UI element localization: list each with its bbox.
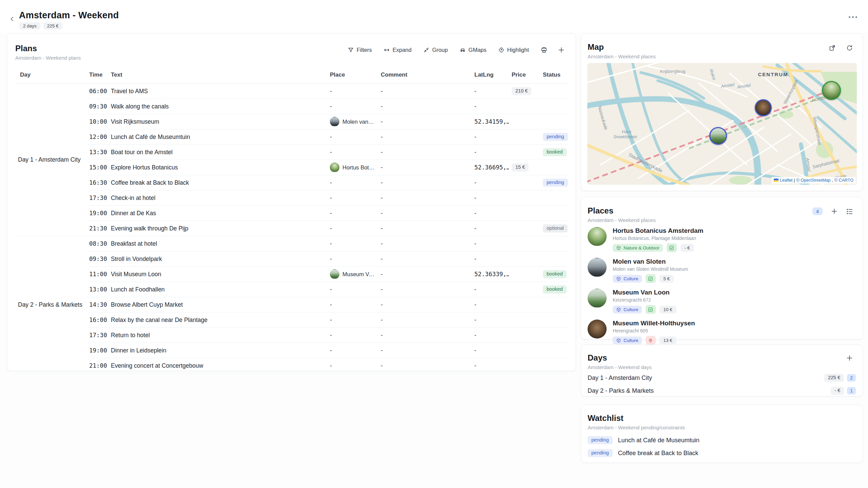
place-badges: Culture5 €: [613, 274, 688, 283]
plan-row[interactable]: 12:00Lunch at Café de Museumtuin---pendi…: [15, 129, 568, 145]
plan-row[interactable]: 11:00Visit Museum LoonMuseum Va…-52.3633…: [15, 267, 568, 282]
leaflet-link[interactable]: Leaflet: [780, 178, 793, 183]
plan-latlng: 52.34159,…: [472, 114, 509, 129]
place-info: Molen van SlotenMolen van Sloten Windmil…: [613, 258, 688, 283]
plan-text: Browse Albert Cuyp Market: [108, 297, 327, 312]
check-square-icon: [648, 276, 653, 281]
plan-row[interactable]: 21:00Evening concert at Concertgebouw---: [15, 358, 568, 373]
checklist-icon: [846, 208, 853, 215]
marker-hortus-botanicus[interactable]: [822, 81, 841, 100]
toolbar-button-label: GMaps: [469, 47, 487, 53]
plan-latlng: -: [472, 236, 509, 251]
plan-price: [509, 175, 540, 190]
toolbar-button-expand[interactable]: Expand: [383, 47, 412, 53]
toolbar-button-gmaps[interactable]: GMaps: [459, 47, 487, 53]
printer-icon: [540, 46, 548, 54]
plan-row[interactable]: 17:30Check-in at hotel---: [15, 190, 568, 206]
plan-row[interactable]: 13:00Lunch at Foodhallen---booked: [15, 282, 568, 297]
place-list-item[interactable]: Hortus Botanicus AmsterdamHortus Botanic…: [588, 227, 856, 252]
more-options-button[interactable]: [849, 16, 857, 18]
price-badge: 210 €: [512, 87, 531, 95]
dot-icon: [849, 16, 850, 18]
cube-icon: [616, 245, 621, 250]
plan-time: 08:30: [86, 236, 108, 251]
plan-row[interactable]: 15:00Explore Hortus BotanicusHortus Bota…: [15, 160, 568, 175]
toolbar-button-filters[interactable]: Filters: [348, 47, 372, 53]
plan-row[interactable]: 09:30Walk along the canals---: [15, 99, 568, 114]
add-day-button[interactable]: [846, 354, 853, 362]
add-place-button[interactable]: [831, 208, 838, 215]
carto-link[interactable]: © CARTO: [834, 178, 853, 183]
toolbar-button-group[interactable]: Group: [423, 47, 448, 53]
map-fullscreen-button[interactable]: [829, 44, 836, 52]
days-list: Day 1 - Amsterdam City225 €2Day 2 - Park…: [588, 371, 856, 397]
map-canvas[interactable]: KrijtbergbrugRokinAmstelAmstelCENTRUMWat…: [587, 63, 857, 185]
plans-title: Plans: [15, 44, 81, 53]
day-list-item[interactable]: Day 2 - Parks & Markets- €1: [588, 384, 856, 397]
plan-place: -: [327, 343, 378, 358]
plus-button[interactable]: [558, 46, 565, 54]
plan-row[interactable]: 09:30Stroll in Vondelpark---: [15, 251, 568, 267]
plan-row[interactable]: 13:30Boat tour on the Amstel---booked: [15, 145, 568, 160]
column-header-latlng: LatLng: [472, 69, 509, 84]
plan-row[interactable]: 16:00Relax by the canal near De Plantage…: [15, 312, 568, 328]
plan-row[interactable]: 21:30Evening walk through De Pijp---opti…: [15, 221, 568, 236]
day-list-item[interactable]: Day 1 - Amsterdam City225 €2: [588, 371, 856, 384]
day-badges: - €1: [831, 387, 856, 395]
plan-row[interactable]: 16:30Coffee break at Back to Black---pen…: [15, 175, 568, 190]
plan-place: -: [327, 297, 378, 312]
toolbar-button-highlight[interactable]: Highlight: [498, 47, 529, 53]
plan-latlng: -: [472, 145, 509, 160]
watchlist-text: Lunch at Café de Museumtuin: [618, 437, 699, 444]
place-name: Molen van …: [342, 119, 375, 125]
plan-row[interactable]: 19:00Dinner in Leidseplein---: [15, 343, 568, 358]
column-header-price: Price: [509, 69, 540, 84]
plan-status: [540, 99, 568, 114]
column-header-status: Status: [540, 69, 568, 84]
watchlist-panel: Watchlist Amsterdam - Weekend pending/co…: [581, 405, 863, 463]
price-badge: 15 €: [512, 163, 529, 171]
openstreetmap-link[interactable]: © OpenStreetMap: [796, 178, 831, 183]
printer-button[interactable]: [540, 46, 548, 54]
place-info: Museum Van LoonKeizersgracht 672Culture1…: [613, 289, 676, 314]
watchlist-item[interactable]: pendingCoffee break at Back to Black: [588, 447, 856, 460]
plan-row[interactable]: 10:00Visit RijksmuseumMolen van …-52.341…: [15, 114, 568, 129]
place-name: Museum Willet-Holthuysen: [613, 320, 695, 327]
place-name: Molen van Sloten: [613, 258, 688, 265]
place-info: Museum Willet-HolthuysenHerengracht 605C…: [613, 320, 695, 345]
plan-time: 13:30: [86, 145, 108, 160]
fullscreen-icon: [829, 44, 836, 52]
plan-comment: -: [378, 312, 472, 328]
dot-icon: [855, 16, 857, 18]
plan-row[interactable]: 17:30Return to hotel---: [15, 328, 568, 343]
map-refresh-button[interactable]: [846, 44, 853, 52]
plan-place: -: [327, 251, 378, 267]
plan-row[interactable]: 14:30Browse Albert Cuyp Market---: [15, 297, 568, 312]
trip-badge: 2 days: [19, 22, 40, 29]
place-chip: Hortus Bota…: [330, 163, 375, 172]
plan-status: [540, 251, 568, 267]
place-list-item[interactable]: Museum Willet-HolthuysenHerengracht 605C…: [588, 320, 856, 345]
place-chip: Molen van …: [330, 117, 375, 126]
plan-row[interactable]: 19:00Dinner at De Kas---: [15, 206, 568, 221]
car-icon: [459, 47, 466, 53]
plan-status: booked: [540, 145, 568, 160]
plan-comment: -: [378, 145, 472, 160]
watchlist-item[interactable]: pendingLunch at Café de Museumtuin: [588, 434, 856, 447]
place-list-item[interactable]: Molen van SlotenMolen van Sloten Windmil…: [588, 258, 856, 283]
plan-text: Evening walk through De Pijp: [108, 221, 327, 236]
place-address: Hortus Botanicus, Plantage Middenlaan: [613, 236, 703, 241]
back-button[interactable]: [7, 14, 17, 24]
toolbar-button-label: Group: [432, 47, 448, 53]
watchlist-heading: Watchlist Amsterdam - Weekend pending/co…: [588, 413, 685, 430]
plan-price: [509, 328, 540, 343]
plan-row[interactable]: Day 2 - Parks & Markets08:30Breakfast at…: [15, 236, 568, 251]
place-list-item[interactable]: Museum Van LoonKeizersgracht 672Culture1…: [588, 289, 856, 314]
cube-icon: [616, 276, 621, 281]
plan-latlng: -: [472, 343, 509, 358]
marker-museum-van-loon[interactable]: [709, 127, 727, 145]
plan-row[interactable]: Day 1 - Amsterdam City06:00Travel to AMS…: [15, 84, 568, 99]
category-badge: Culture: [613, 306, 642, 313]
places-checklist-button[interactable]: [846, 208, 853, 215]
marker-museum-willet-holthuysen[interactable]: [755, 99, 772, 116]
